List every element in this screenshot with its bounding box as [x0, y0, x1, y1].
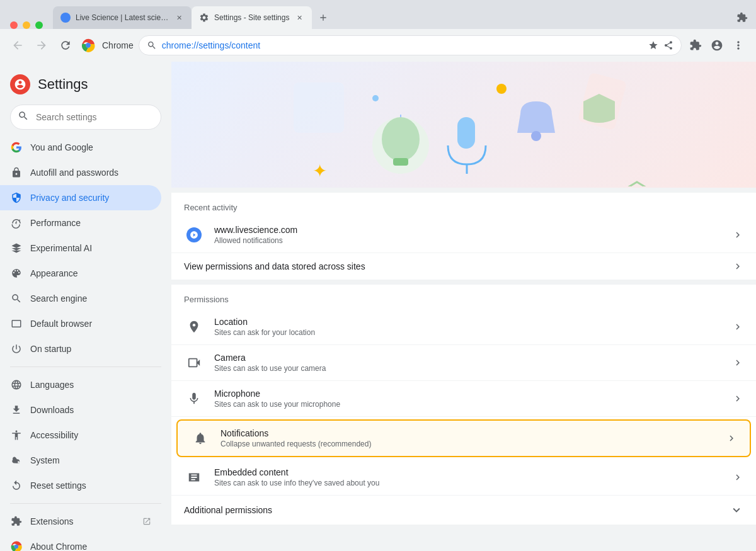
star-icon[interactable] [648, 40, 658, 50]
sidebar-item-on-startup-label: On startup [30, 344, 71, 354]
sidebar-item-search-engine-label: Search engine [30, 293, 87, 304]
settings-content: Settings You and Google [0, 62, 756, 551]
permission-camera[interactable]: Camera Sites can ask to use your camera [171, 345, 756, 381]
sidebar-item-extensions[interactable]: Extensions [0, 509, 161, 534]
permission-notifications[interactable]: Notifications Collapse unwanted requests… [178, 421, 750, 456]
about-chrome-icon [10, 540, 23, 551]
view-permissions-text: View permissions and data stored across … [184, 261, 722, 271]
you-google-icon [10, 141, 23, 154]
search-input[interactable] [10, 105, 161, 130]
profile-button[interactable] [707, 35, 727, 55]
permission-embedded-content[interactable]: Embedded content Sites can ask to use in… [171, 460, 756, 496]
camera-icon [184, 353, 204, 373]
sidebar-item-experimental-ai[interactable]: Experimental AI [0, 236, 161, 261]
close-button[interactable] [10, 21, 18, 29]
svg-point-5 [382, 117, 420, 161]
tab-livescience-label: Live Science | Latest science [76, 13, 169, 22]
back-button[interactable] [8, 35, 28, 55]
sidebar-item-on-startup[interactable]: On startup [0, 336, 161, 361]
more-button[interactable] [728, 35, 748, 55]
svg-point-0 [86, 43, 91, 48]
location-icon [184, 317, 204, 337]
experimental-ai-icon [10, 242, 23, 254]
new-tab-button[interactable] [314, 9, 332, 26]
view-permissions-label: View permissions and data stored across … [184, 261, 722, 271]
sidebar-item-accessibility-label: Accessibility [30, 430, 78, 440]
recent-activity-arrow [732, 229, 743, 241]
reload-button[interactable] [55, 35, 76, 55]
additional-permissions-expand [730, 503, 743, 517]
additional-permissions-text: Additional permissions [184, 505, 719, 515]
sidebar-item-autofill[interactable]: Autofill and passwords [0, 160, 161, 185]
forward-button[interactable] [32, 35, 52, 55]
svg-rect-6 [393, 158, 408, 166]
tab-settings-favicon [199, 13, 209, 23]
notifications-icon [190, 428, 210, 448]
toolbar-actions [685, 35, 748, 55]
location-subtitle: Sites can ask for your location [214, 328, 722, 337]
sidebar-item-system-label: System [30, 455, 60, 465]
sidebar-item-downloads[interactable]: Downloads [0, 397, 161, 423]
on-startup-icon [10, 343, 23, 355]
tab-settings-close[interactable]: ✕ [294, 13, 304, 23]
view-permissions-item[interactable]: View permissions and data stored across … [171, 253, 756, 280]
sidebar-item-default-browser[interactable]: Default browser [0, 311, 161, 336]
location-arrow [732, 321, 743, 332]
sidebar-item-appearance[interactable]: Appearance [0, 261, 161, 286]
microphone-subtitle: Sites can ask to use your microphone [214, 400, 722, 409]
svg-rect-2 [294, 82, 344, 133]
tab-settings[interactable]: Settings - Site settings ✕ [192, 6, 312, 29]
accessibility-icon [10, 429, 23, 441]
sidebar-item-about-chrome-label: About Chrome [30, 542, 87, 551]
search-bar [10, 105, 161, 130]
sidebar: Settings You and Google [0, 62, 171, 551]
sidebar-item-privacy-security[interactable]: Privacy and security [0, 185, 161, 210]
tab-livescience[interactable]: Live Science | Latest science ✕ [53, 6, 192, 29]
recent-activity-text: www.livescience.com Allowed notification… [214, 225, 722, 245]
address-text: chrome://settings/content [162, 40, 643, 50]
performance-icon [10, 217, 23, 229]
share-icon[interactable] [663, 40, 673, 50]
hero-section: ✦ [171, 62, 756, 188]
microphone-text: Microphone Sites can ask to use your mic… [214, 389, 722, 409]
recent-activity-status: Allowed notifications [214, 236, 722, 245]
embedded-content-text: Embedded content Sites can ask to use in… [214, 467, 722, 487]
sidebar-item-performance[interactable]: Performance [0, 210, 161, 236]
additional-permissions[interactable]: Additional permissions [171, 496, 756, 525]
tab-livescience-close[interactable]: ✕ [174, 13, 184, 23]
sidebar-item-about-chrome[interactable]: About Chrome [0, 534, 161, 551]
settings-main: ✦ Recent activity [171, 62, 756, 551]
microphone-icon [184, 389, 204, 409]
hero-illustration: ✦ [171, 62, 756, 188]
recent-activity-section: Recent activity www.livescience.com Allo… [171, 193, 756, 280]
maximize-button[interactable] [35, 21, 43, 29]
permission-microphone[interactable]: Microphone Sites can ask to use your mic… [171, 381, 756, 417]
embedded-content-title: Embedded content [214, 467, 722, 477]
settings-title: Settings [38, 76, 88, 93]
permission-location[interactable]: Location Sites can ask for your location [171, 309, 756, 345]
recent-activity-item[interactable]: www.livescience.com Allowed notification… [171, 217, 756, 253]
downloads-icon [10, 404, 23, 416]
extensions-button[interactable] [685, 35, 706, 55]
svg-point-12 [496, 84, 507, 94]
extensions-nav-icon [10, 515, 23, 528]
sidebar-item-accessibility[interactable]: Accessibility [0, 423, 161, 448]
embedded-content-subtitle: Sites can ask to use info they've saved … [214, 479, 722, 487]
sidebar-item-system[interactable]: System [0, 448, 161, 473]
additional-permissions-label: Additional permissions [184, 505, 719, 515]
recent-activity-site: www.livescience.com [214, 225, 722, 235]
sidebar-item-you-google[interactable]: You and Google [0, 135, 161, 160]
minimize-button[interactable] [23, 21, 30, 29]
appearance-icon [10, 267, 23, 280]
permissions-label: Permissions [171, 285, 756, 309]
sidebar-item-reset-settings[interactable]: Reset settings [0, 473, 161, 498]
permissions-section: Permissions Location Sites can ask for y… [171, 285, 756, 525]
location-text: Location Sites can ask for your location [214, 317, 722, 337]
privacy-security-icon [10, 191, 23, 204]
sidebar-item-search-engine[interactable]: Search engine [0, 286, 161, 311]
svg-rect-7 [457, 117, 475, 149]
recent-activity-label: Recent activity [171, 193, 756, 217]
sidebar-item-languages[interactable]: Languages [0, 372, 161, 397]
tab-bar-extensions[interactable] [733, 9, 751, 26]
address-bar[interactable]: chrome://settings/content [139, 35, 682, 55]
